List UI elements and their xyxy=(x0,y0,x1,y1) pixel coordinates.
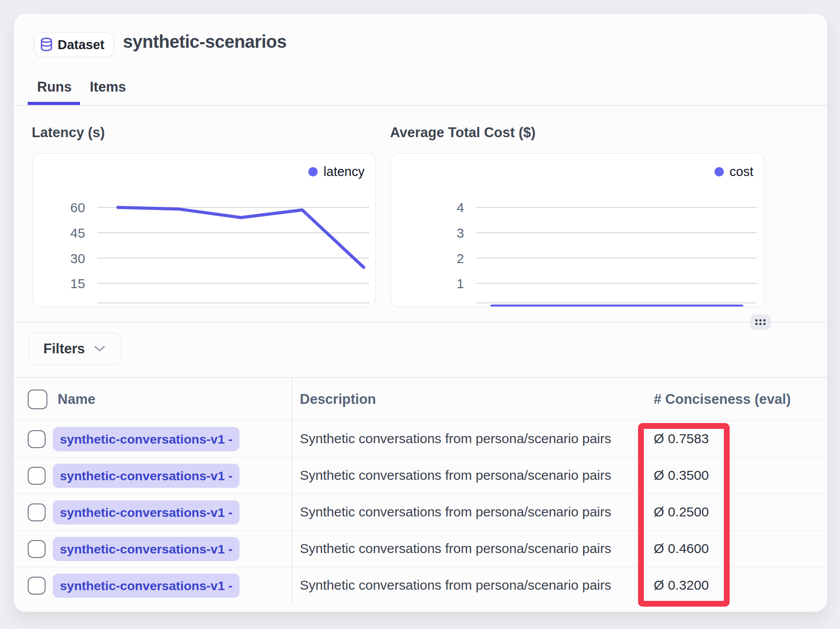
table-top-border xyxy=(14,377,827,378)
cost-chart-card: cost 4321 xyxy=(391,153,764,307)
run-description: Synthetic conversations from persona/sce… xyxy=(300,468,611,483)
annotation-highlight-box xyxy=(638,423,730,607)
svg-text:1: 1 xyxy=(457,276,464,291)
svg-text:45: 45 xyxy=(70,226,85,240)
dataset-badge-label: Dataset xyxy=(58,38,105,52)
run-name-link[interactable]: synthetic-conversations-v1 - 2... xyxy=(53,464,239,488)
row-checkbox[interactable] xyxy=(28,577,46,595)
latency-legend-label: latency xyxy=(323,164,365,179)
page: Dataset synthetic-scenarios Runs Items L… xyxy=(0,0,840,629)
column-header-name: Name xyxy=(58,391,95,407)
tabs-divider xyxy=(14,105,827,106)
cost-line-chart: 4321 xyxy=(391,154,764,306)
row-checkbox[interactable] xyxy=(28,467,46,485)
run-name-link[interactable]: synthetic-conversations-v1 - 2... xyxy=(53,427,239,451)
database-icon xyxy=(40,38,53,52)
run-description: Synthetic conversations from persona/sce… xyxy=(300,541,611,556)
chevron-down-icon xyxy=(94,345,105,352)
column-header-description: Description xyxy=(300,391,376,407)
section-divider xyxy=(14,322,827,323)
row-checkbox[interactable] xyxy=(28,430,46,448)
run-name-link[interactable]: synthetic-conversations-v1 - 2... xyxy=(53,500,239,524)
grid-dots-icon xyxy=(754,318,767,326)
svg-text:4: 4 xyxy=(457,200,464,215)
select-all-checkbox[interactable] xyxy=(28,390,47,409)
latency-legend-dot-icon xyxy=(308,167,318,176)
resize-drag-handle[interactable] xyxy=(750,314,771,330)
column-header-conciseness: # Conciseness (eval) xyxy=(654,391,791,407)
svg-text:2: 2 xyxy=(457,251,464,266)
filters-button[interactable]: Filters xyxy=(29,332,121,365)
row-checkbox[interactable] xyxy=(28,540,46,558)
dataset-panel: Dataset synthetic-scenarios Runs Items L… xyxy=(13,13,827,612)
cost-legend-label: cost xyxy=(730,164,753,179)
run-name-label: synthetic-conversations-v1 - 2... xyxy=(60,432,232,447)
latency-legend[interactable]: latency xyxy=(308,164,365,179)
run-name-link[interactable]: synthetic-conversations-v1 - 2... xyxy=(53,574,239,598)
svg-text:3: 3 xyxy=(457,226,464,240)
filters-button-label: Filters xyxy=(43,341,85,357)
cost-legend[interactable]: cost xyxy=(714,164,753,179)
run-name-label: synthetic-conversations-v1 - 2... xyxy=(60,505,232,520)
page-title: synthetic-scenarios xyxy=(123,32,286,52)
latency-chart-card: latency 60453015 xyxy=(33,153,376,307)
svg-text:30: 30 xyxy=(70,251,85,266)
cost-legend-dot-icon xyxy=(714,167,724,176)
tab-runs[interactable]: Runs xyxy=(37,79,72,95)
svg-text:60: 60 xyxy=(70,200,85,215)
cost-chart-title: Average Total Cost ($) xyxy=(390,125,536,141)
row-checkbox[interactable] xyxy=(28,503,46,521)
run-description: Synthetic conversations from persona/sce… xyxy=(300,504,611,520)
run-name-label: synthetic-conversations-v1 - 2... xyxy=(60,469,232,483)
run-description: Synthetic conversations from persona/sce… xyxy=(300,578,611,593)
dataset-type-badge: Dataset xyxy=(34,32,114,57)
svg-text:15: 15 xyxy=(70,276,85,291)
run-name-link[interactable]: synthetic-conversations-v1 - 2... xyxy=(53,537,239,561)
run-name-label: synthetic-conversations-v1 - 2... xyxy=(60,579,232,593)
tab-items[interactable]: Items xyxy=(90,79,126,95)
run-description: Synthetic conversations from persona/sce… xyxy=(300,431,611,446)
run-name-label: synthetic-conversations-v1 - 2... xyxy=(60,542,232,557)
latency-chart-title: Latency (s) xyxy=(32,125,105,141)
